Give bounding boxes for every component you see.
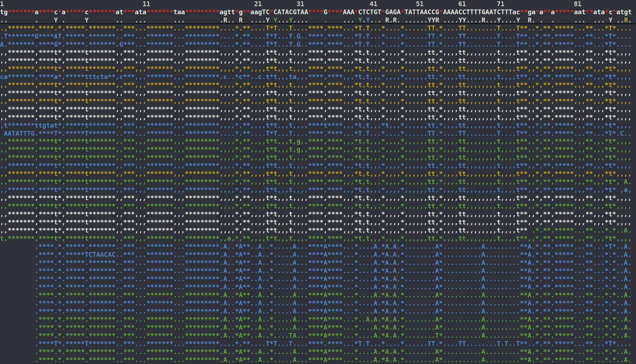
read-segment: ,a,: [620, 186, 632, 193]
read-segment: .****.*.*****.*******..***...*******...*…: [35, 243, 632, 250]
read-segment: .****.*.*****TCTAACAC..***...*******...*…: [35, 251, 632, 258]
read-row: .T*******G****AT.*****.*******..***...**…: [0, 32, 636, 40]
read-segment: ,,*******,****t*,*****t*******,,***,,,**…: [0, 97, 632, 105]
reference-bases: ga: [528, 8, 536, 16]
reference-pad-run: *: [535, 8, 539, 16]
consensus-char: .: [254, 16, 258, 24]
read-segment: .****.*.*****.*******..***...*******...*…: [35, 316, 632, 323]
consensus-char: .: [378, 16, 381, 24]
read-segment: .****.*.*****.*******..***...*******...*…: [35, 291, 632, 299]
consensus-char: ...: [343, 16, 354, 24]
read-segment: ,,*******,****t*,*****t*******,,***,,,**…: [0, 106, 632, 113]
alignment-viewer-screen[interactable]: 1 11 21 31 41 51 61 71 81 tg*******a****…: [0, 0, 636, 364]
read-row: ,,*******,****t*,*****t*******,,***,,,**…: [0, 194, 636, 202]
read-segment: ,,*******,****t*,*****t*******,,***,,,**…: [0, 57, 632, 64]
read-segment: .****T*.*****T*******..***...*******...*…: [35, 340, 632, 347]
read-row: .****.*.*****.*******..***...*******...*…: [0, 315, 636, 324]
read-segment: .****.*.*****.*******..***...*******...*…: [35, 283, 632, 291]
read-segment: ca*******,****a*,*****tttcta**,c***,,,**…: [0, 73, 632, 80]
reference-pad-run: **: [585, 8, 593, 16]
consensus-char: R: [624, 16, 628, 24]
consensus-char: ....: [293, 16, 308, 24]
read-row: ,,*******,****t*,*****t*******,,***,,,**…: [0, 113, 636, 121]
read-segment: AATATTTG.****T*.*****T*******..***...***…: [4, 130, 632, 137]
reference-pad-run: **: [520, 8, 528, 16]
read-segment: .*.**.*****...**...*.*..A.: [531, 227, 632, 234]
read-row: .****.*.*****TCTAACAC..***...*******...*…: [0, 251, 636, 259]
read-row: A.*******.****G*.*****.*******.G***...**…: [0, 40, 636, 49]
reference-pad-run: ****: [39, 8, 54, 16]
reference-bases: aat: [574, 8, 585, 16]
consensus-char: .: [62, 16, 66, 24]
consensus-char: ...: [574, 16, 585, 24]
reference-bases: at: [116, 8, 124, 16]
read-segment: .T*******G****AT.*****.*******..***...**…: [0, 33, 632, 40]
reference-pad-run: **: [543, 8, 551, 16]
reference-bases: ata: [593, 8, 605, 16]
consensus-char: Y: [609, 16, 613, 24]
read-row: ,,*******,****t*,*****t*******,,***,,,**…: [0, 154, 636, 162]
read-segment: .,*******.****.*.*****.*******..***...**…: [0, 25, 632, 32]
reference-pad-run: *: [58, 8, 62, 16]
reference-pad-run: *: [439, 8, 443, 16]
consensus-char: .: [628, 16, 632, 24]
aligned-reads-area: .,*******.****.*.*****.*******..***...**…: [0, 24, 636, 364]
consensus-char: .: [35, 16, 39, 24]
reference-bases: a: [539, 8, 543, 16]
reference-bases: aagTC: [250, 8, 270, 16]
read-segment: ,t*******ttgtat*,*****t*******,,***,,,**…: [0, 122, 632, 129]
read-row: ,,*******,****t*,*****t*******,,***,,,**…: [0, 57, 636, 65]
read-row: .****.*.*****.*******..***...*******...*…: [0, 283, 636, 291]
consensus-char: Y: [54, 16, 58, 24]
reference-bases: CATACGTAA: [274, 8, 308, 16]
reference-pad-run: ***: [123, 8, 135, 16]
read-segment: A.: [624, 178, 632, 185]
reference-bases: a: [551, 8, 555, 16]
reference-pad-run: *******: [146, 8, 173, 16]
read-row: .****.*.*****.*******..***...*******...*…: [0, 332, 636, 340]
reference-bases: tg: [0, 8, 8, 16]
read-row: ,,*******,****t*,*****t*******,,***,,,**…: [0, 186, 636, 194]
read-segment: ,,*******,****t*,*****t*******,,***,,,**…: [0, 170, 632, 177]
read-segment: .****.*.*****.*******..***...*******...*…: [35, 267, 632, 274]
read-row: ,,*******,****t*,*****t*******,,***,,,**…: [0, 97, 636, 105]
reference-pad-run: *********: [185, 8, 220, 16]
consensus-char: .R..: [220, 16, 235, 24]
read-row: t,*******,****t*,*****t*******,,***,,,**…: [0, 234, 636, 243]
consensus-char: ...: [173, 16, 185, 24]
read-segment: A.*******.****G*.*****.*******.G***...**…: [0, 41, 632, 48]
consensus-char: R.R.: [385, 16, 401, 24]
reference-bases: AAAACCTTTTGAATCTTTac: [443, 8, 520, 16]
consensus-char: R.: [528, 16, 536, 24]
reference-pad-run: *: [401, 8, 405, 16]
reference-pad-run: *: [613, 8, 616, 16]
read-row: ,,*******,****t*,*****t*******,,***,,,**…: [0, 210, 636, 218]
read-segment: ,,*******,****t*,*****t*******,,***,,,**…: [0, 49, 632, 56]
read-row: ,,*******,****t*,*****t*******,,***,,,**…: [0, 178, 636, 186]
reference-pad-run: ****: [308, 8, 324, 16]
consensus-char: ...: [135, 16, 146, 24]
read-row: ,,*******,****t*,*****t*******,,***,,,**…: [0, 65, 636, 73]
consensus-char: .: [324, 16, 328, 24]
consensus-char: ...: [277, 16, 289, 24]
read-row: ,,*******,****t*,*****t*******,,***,,,**…: [0, 218, 636, 226]
reference-bases: CTCTGT: [358, 8, 381, 16]
read-segment: .****.*.*****.*******..***...*******...*…: [35, 300, 632, 307]
reference-pad-run: *: [270, 8, 274, 16]
reference-pad-run: ****: [328, 8, 343, 16]
consensus-char: .: [374, 16, 378, 24]
read-row: .****.*.*****.*******..***...*******...*…: [0, 259, 636, 267]
read-row: ,,*******,****t*,*****t*******,,***,,,**…: [0, 81, 636, 89]
read-row: .****.*.*****.*******..***...*******...*…: [0, 291, 636, 299]
consensus-char: ..: [116, 16, 124, 24]
consensus-char: .: [250, 16, 254, 24]
reference-sequence: tg*******a****c*a*****c*******at***ata**…: [0, 8, 636, 16]
reference-bases: c: [609, 8, 613, 16]
read-segment: t,*******,****t*,*****t*******,,***,,,**…: [0, 235, 632, 242]
consensus-char: ......YYR: [405, 16, 439, 24]
reference-pad-run: *****: [65, 8, 85, 16]
read-row: .****.*.*****.*******..***...*******...*…: [0, 275, 636, 283]
read-row: ,,*******,****t*,*****t*******,,***,,,**…: [0, 226, 636, 234]
read-segment: ,,*******,****t*,*****t*******,,***,,,**…: [0, 194, 632, 202]
read-segment: ,,*******,****t*,*****t*******,,***,,,**…: [0, 89, 632, 97]
